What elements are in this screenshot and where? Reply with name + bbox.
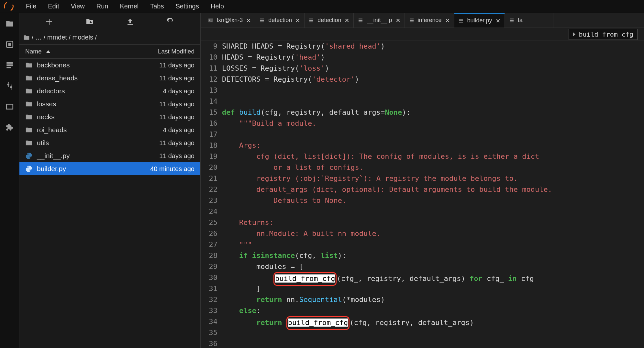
file-row[interactable]: builder.py40 minutes ago [19, 162, 200, 175]
folder-icon [25, 100, 32, 108]
svg-rect-3 [6, 64, 13, 66]
upload-icon[interactable] [126, 18, 134, 26]
file-name: detectors [37, 87, 163, 95]
file-name: backbones [37, 61, 159, 69]
code-line [222, 338, 644, 348]
running-icon[interactable] [6, 40, 14, 49]
line-number: 23 [201, 195, 217, 206]
code-line: or a list of configs. [222, 162, 644, 173]
search-highlight: build_from_cfg [286, 316, 350, 330]
file-modified: 40 minutes ago [150, 165, 194, 173]
tab[interactable]: detection [255, 13, 305, 28]
tab[interactable]: detection [305, 13, 354, 28]
tab-label: detection [317, 17, 341, 24]
file-row[interactable]: losses11 days ago [19, 98, 200, 110]
folder-icon[interactable] [6, 19, 14, 28]
code-line: if isinstance(cfg, list): [222, 250, 644, 261]
code-line [222, 96, 644, 107]
code-line: """ [222, 239, 644, 250]
close-icon[interactable] [246, 18, 251, 23]
new-launcher-icon[interactable] [45, 18, 53, 26]
code-line: Returns: [222, 217, 644, 228]
code-line: return build_from_cfg(cfg, registry, def… [222, 316, 644, 327]
breadcrumb[interactable]: / … / mmdet / models / [19, 30, 200, 44]
file-name: losses [37, 100, 159, 108]
tab[interactable]: inference [405, 13, 454, 28]
tab[interactable]: __init__.p [354, 13, 405, 28]
file-modified: 11 days ago [159, 139, 194, 147]
file-modified: 11 days ago [159, 75, 194, 82]
code-line: """Build a module. [222, 118, 644, 129]
tab-label: inference [418, 17, 442, 24]
file-name: roi_heads [37, 126, 163, 134]
menu-view[interactable]: View [65, 1, 91, 12]
close-icon[interactable] [495, 18, 501, 23]
menu-help[interactable]: Help [205, 1, 230, 12]
menu-kernel[interactable]: Kernel [114, 1, 144, 12]
menu-settings[interactable]: Settings [170, 1, 205, 12]
menu-tabs[interactable]: Tabs [144, 1, 170, 12]
extension-icon[interactable] [6, 123, 14, 132]
menu-file[interactable]: File [20, 1, 42, 12]
file-row[interactable]: backbones11 days ago [19, 59, 200, 72]
code-editor[interactable]: 9101112131415161718192021222324252627282… [201, 41, 644, 348]
menu-edit[interactable]: Edit [42, 1, 65, 12]
close-icon[interactable] [344, 18, 350, 23]
tab[interactable]: lxn@lxn-3 [204, 13, 255, 28]
folder-icon [25, 87, 32, 95]
chevron-right-icon [573, 32, 576, 37]
code-content[interactable]: SHARED_HEADS = Registry('shared_head')HE… [222, 41, 644, 348]
tab[interactable]: fa [505, 13, 553, 28]
code-line: Defaults to None. [222, 195, 644, 206]
menubar: FileEditViewRunKernelTabsSettingsHelp [0, 0, 644, 13]
menu-run[interactable]: Run [91, 1, 114, 12]
file-name: utils [37, 139, 159, 147]
file-list: backbones11 days agodense_heads11 days a… [19, 59, 200, 348]
code-line: build_from_cfg(cfg_, registry, default_a… [222, 272, 644, 283]
file-icon [409, 17, 415, 23]
close-icon[interactable] [445, 18, 450, 23]
tab[interactable]: builder.py [454, 13, 505, 28]
line-number: 28 [201, 250, 217, 261]
python-icon [25, 165, 32, 172]
file-row[interactable]: roi_heads4 days ago [19, 123, 200, 136]
file-row[interactable]: dense_heads11 days ago [19, 72, 200, 85]
symbol-breadcrumb[interactable]: build_from_cfg [569, 29, 638, 40]
tab-bar: lxn@lxn-3detectiondetection__init__.pinf… [201, 13, 644, 28]
close-icon[interactable] [395, 18, 401, 23]
file-row[interactable]: __init__.py11 days ago [19, 149, 200, 162]
code-line: cfg (dict, list[dict]): The config of mo… [222, 151, 644, 162]
close-icon[interactable] [295, 18, 300, 23]
line-number: 34 [201, 316, 217, 327]
line-number: 18 [201, 140, 217, 151]
file-row[interactable]: detectors4 days ago [19, 85, 200, 98]
code-line: DETECTORS = Registry('detector') [222, 74, 644, 85]
tab-label: __init__.p [367, 17, 392, 24]
commands-icon[interactable] [6, 61, 14, 69]
line-number: 11 [201, 63, 217, 74]
line-number: 27 [201, 239, 217, 250]
code-line: LOSSES = Registry('loss') [222, 63, 644, 74]
file-icon [509, 17, 515, 23]
file-row[interactable]: necks11 days ago [19, 110, 200, 123]
file-browser-toolbar [19, 13, 200, 30]
code-line: HEADS = Registry('head') [222, 52, 644, 63]
code-line [222, 327, 644, 338]
tabs-icon[interactable] [6, 102, 14, 111]
settings-icon[interactable] [6, 82, 14, 90]
file-name: builder.py [37, 165, 150, 173]
line-gutter: 9101112131415161718192021222324252627282… [201, 41, 222, 348]
line-number: 15 [201, 107, 217, 118]
line-number: 13 [201, 85, 217, 96]
new-folder-icon[interactable] [86, 18, 94, 26]
file-modified: 11 days ago [159, 62, 194, 69]
file-icon [308, 17, 314, 23]
file-modified: 11 days ago [159, 113, 194, 121]
folder-icon [25, 113, 32, 121]
column-modified[interactable]: Last Modified [158, 48, 194, 55]
refresh-icon[interactable] [167, 18, 174, 26]
column-name[interactable]: Name [25, 48, 42, 55]
file-list-header[interactable]: Name Last Modified [19, 44, 200, 59]
line-number: 33 [201, 305, 217, 316]
file-row[interactable]: utils11 days ago [19, 136, 200, 149]
